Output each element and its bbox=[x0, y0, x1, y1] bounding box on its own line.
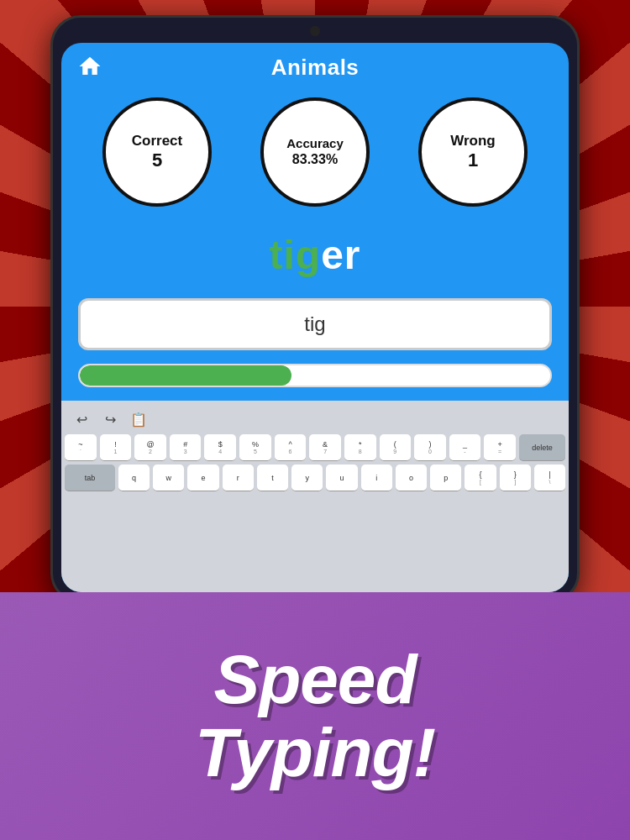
key-0[interactable]: )0 bbox=[414, 434, 446, 461]
key-r[interactable]: r bbox=[223, 465, 254, 491]
redo-icon[interactable]: ↪ bbox=[100, 409, 120, 429]
key-2[interactable]: @2 bbox=[134, 434, 166, 461]
key-1[interactable]: !1 bbox=[100, 434, 132, 461]
typing-input[interactable] bbox=[78, 298, 552, 350]
key-y[interactable]: y bbox=[291, 465, 323, 491]
correct-label: Correct bbox=[132, 133, 182, 150]
key-bracket-open[interactable]: {[ bbox=[465, 465, 496, 491]
tablet-frame: Animals Correct 5 Accuracy 83.33% Wrong … bbox=[50, 15, 580, 603]
tagline-line1: Speed bbox=[213, 641, 416, 717]
key-t[interactable]: t bbox=[257, 465, 288, 491]
accuracy-value: 83.33% bbox=[292, 151, 338, 167]
wrong-stat-circle: Wrong 1 bbox=[418, 97, 528, 207]
keyboard-toolbar: ↩ ↪ 📋 bbox=[65, 406, 565, 434]
home-button[interactable] bbox=[75, 51, 105, 81]
undo-icon[interactable]: ↩ bbox=[71, 409, 92, 429]
key-i[interactable]: i bbox=[361, 465, 392, 491]
key-e[interactable]: e bbox=[187, 465, 218, 491]
key-tilde[interactable]: ~` bbox=[65, 434, 97, 461]
word-typed-part: tig bbox=[269, 233, 321, 277]
accuracy-stat-circle: Accuracy 83.33% bbox=[260, 97, 370, 207]
correct-value: 5 bbox=[152, 150, 162, 171]
word-remaining-part: er bbox=[321, 233, 360, 277]
key-3[interactable]: #3 bbox=[170, 434, 202, 461]
tagline-line2: Typing! bbox=[195, 714, 435, 790]
word-full: tiger bbox=[269, 232, 360, 278]
wrong-label: Wrong bbox=[450, 133, 496, 150]
clipboard-icon[interactable]: 📋 bbox=[129, 409, 149, 429]
tablet-camera bbox=[310, 26, 320, 36]
input-container bbox=[61, 298, 569, 364]
key-7[interactable]: &7 bbox=[309, 434, 341, 461]
key-9[interactable]: (9 bbox=[380, 434, 412, 461]
key-bracket-close[interactable]: }] bbox=[500, 465, 531, 491]
key-4[interactable]: $4 bbox=[204, 434, 236, 461]
accuracy-label: Accuracy bbox=[286, 136, 344, 151]
word-display: tiger bbox=[61, 223, 569, 298]
delete-key[interactable]: delete bbox=[519, 434, 565, 461]
correct-stat-circle: Correct 5 bbox=[102, 97, 212, 207]
key-tab[interactable]: tab bbox=[65, 465, 115, 491]
progress-bar-background bbox=[78, 364, 552, 387]
key-p[interactable]: p bbox=[430, 465, 461, 491]
key-q[interactable]: q bbox=[118, 465, 150, 491]
header: Animals bbox=[61, 43, 569, 89]
page-title: Animals bbox=[271, 55, 360, 81]
progress-container bbox=[61, 364, 569, 401]
key-o[interactable]: o bbox=[396, 465, 427, 491]
stats-row: Correct 5 Accuracy 83.33% Wrong 1 bbox=[61, 89, 569, 223]
key-w[interactable]: w bbox=[153, 465, 184, 491]
key-6[interactable]: ^6 bbox=[275, 434, 307, 461]
keyboard-area: ↩ ↪ 📋 ~` !1 @2 #3 $4 %5 ^6 &7 *8 (9 )0 _… bbox=[61, 401, 569, 592]
wrong-value: 1 bbox=[468, 150, 478, 171]
progress-bar-fill bbox=[80, 365, 291, 386]
key-equal[interactable]: += bbox=[484, 434, 516, 461]
key-minus[interactable]: _- bbox=[449, 434, 481, 461]
keyboard-row-qwerty: tab q w e r t y u i o p {[ }] |\ bbox=[65, 465, 565, 491]
key-backslash[interactable]: |\ bbox=[534, 465, 565, 491]
tablet-screen: Animals Correct 5 Accuracy 83.33% Wrong … bbox=[61, 43, 569, 592]
key-u[interactable]: u bbox=[326, 465, 357, 491]
tagline: Speed Typing! bbox=[195, 643, 435, 788]
key-5[interactable]: %5 bbox=[239, 434, 271, 461]
bottom-section: Speed Typing! bbox=[0, 592, 630, 840]
key-8[interactable]: *8 bbox=[344, 434, 376, 461]
keyboard-row-numbers: ~` !1 @2 #3 $4 %5 ^6 &7 *8 (9 )0 _- += d… bbox=[65, 434, 565, 461]
